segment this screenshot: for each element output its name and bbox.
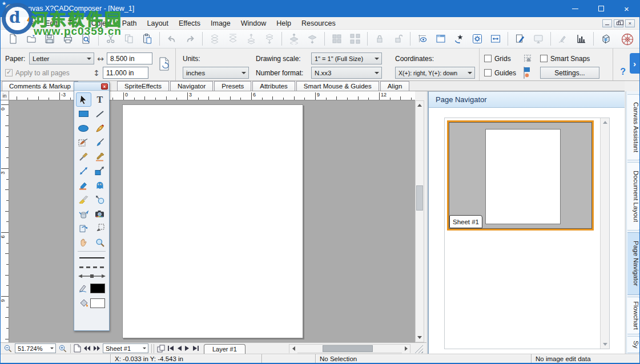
sprite-effects-tool[interactable]: [92, 178, 107, 192]
unlock-icon[interactable]: [391, 31, 405, 46]
mdi-document-icon[interactable]: [5, 19, 13, 27]
previous-sheet-button[interactable]: [176, 343, 182, 354]
coordinates-select[interactable]: X(+): right, Y(+): down: [395, 67, 475, 79]
line-tool[interactable]: [92, 107, 107, 121]
save-icon[interactable]: [42, 31, 57, 46]
vertical-ruler[interactable]: 0369: [1, 100, 9, 342]
sprite-effects-icon[interactable]: [452, 31, 466, 46]
palette-tab-comments-markup[interactable]: Comments & Markup: [2, 81, 78, 91]
stroke-color-row[interactable]: [74, 281, 109, 296]
redo-icon[interactable]: [183, 31, 198, 46]
side-tab-page-navigator[interactable]: Page Navigator: [627, 232, 640, 295]
group-icon[interactable]: [329, 31, 344, 46]
copy-icon[interactable]: [122, 31, 136, 46]
ink-dropper-tool[interactable]: [76, 149, 91, 164]
stroke-color-swatch[interactable]: [90, 284, 105, 293]
eyedropper-tool[interactable]: [92, 149, 107, 164]
arrow-style-selector[interactable]: [74, 272, 109, 281]
close-button[interactable]: ×: [614, 0, 639, 17]
mdi-close-button[interactable]: ×: [625, 19, 635, 27]
undo-icon[interactable]: [164, 31, 179, 46]
menu-resources[interactable]: Resources: [296, 18, 341, 29]
signature-icon[interactable]: [556, 31, 570, 46]
paper-width-input[interactable]: 8.500 in: [107, 52, 152, 64]
dimensioning-tool[interactable]: [76, 164, 91, 178]
side-tab-canvas-assistant[interactable]: Canvas Assistant: [627, 94, 640, 160]
menu-effects[interactable]: Effects: [174, 18, 206, 29]
zoom-level-select[interactable]: 51.724%: [15, 343, 56, 353]
palette-tab-smart-mouse-guides[interactable]: Smart Mouse & Guides: [296, 81, 379, 91]
palette-tab-navigator[interactable]: Navigator: [170, 81, 213, 91]
pn-scroll-down-button[interactable]: [601, 340, 609, 349]
side-tab-document-layout[interactable]: Document Layout: [627, 162, 640, 230]
first-sheet-button[interactable]: [167, 343, 174, 354]
select-tool[interactable]: [76, 92, 91, 107]
palette-tab-presets[interactable]: Presets: [214, 81, 251, 91]
object-move-tool[interactable]: [92, 164, 107, 178]
side-tab-sy[interactable]: Sy: [627, 336, 640, 353]
document-setup-icon[interactable]: [433, 31, 448, 46]
document-page[interactable]: [122, 104, 303, 338]
side-tab-flowchart[interactable]: Flowchart: [627, 297, 640, 334]
mdi-restore-button[interactable]: [614, 19, 623, 27]
rectangle-tool[interactable]: [76, 107, 91, 121]
drawing-scale-select[interactable]: 1" = 1" (Full Size): [311, 52, 382, 64]
units-select[interactable]: inches: [183, 67, 249, 79]
dash-style-selector[interactable]: [74, 262, 109, 272]
new-document-icon[interactable]: [6, 31, 21, 46]
menu-text[interactable]: Text: [63, 18, 86, 29]
snap-settings-icon[interactable]: [470, 31, 485, 46]
apply-all-pages-checkbox[interactable]: [5, 69, 13, 76]
bring-to-front-icon[interactable]: [287, 31, 301, 46]
menu-window[interactable]: Window: [236, 18, 271, 29]
layer-tab[interactable]: Layer #1: [204, 344, 245, 354]
horizontal-scrollbar[interactable]: [289, 344, 410, 353]
grids-checkbox[interactable]: [484, 55, 492, 62]
smart-snaps-checkbox[interactable]: [540, 55, 548, 62]
rotate-page-icon[interactable]: [158, 56, 171, 73]
pen-tool[interactable]: [92, 121, 107, 135]
scroll-left-button[interactable]: [289, 345, 297, 353]
horizontal-ruler[interactable]: -3036912: [9, 91, 415, 100]
paste-icon[interactable]: [140, 31, 155, 46]
minimize-button[interactable]: [562, 0, 588, 17]
move-layer-up-icon[interactable]: [244, 31, 259, 46]
drawing-canvas[interactable]: [9, 100, 415, 342]
zoom-in-button[interactable]: [58, 343, 67, 354]
toolbox-titlebar[interactable]: x: [74, 82, 109, 91]
palette-tab-spriteeffects[interactable]: SpriteEffects: [117, 81, 169, 91]
camera-tool[interactable]: [92, 207, 107, 221]
show-guides-icon[interactable]: [415, 31, 430, 46]
toolbox-close-button[interactable]: x: [101, 83, 108, 90]
chart-icon[interactable]: [574, 31, 589, 46]
duplicate-pages-icon[interactable]: [157, 343, 165, 354]
scroll-down-button[interactable]: [416, 333, 424, 342]
vertical-scroll-thumb[interactable]: [416, 185, 423, 211]
zoom-tool[interactable]: [92, 235, 107, 249]
scroll-right-button[interactable]: [402, 345, 410, 353]
fit-width-icon[interactable]: [488, 31, 503, 46]
object-3d-icon[interactable]: [598, 31, 613, 46]
number-format-select[interactable]: N.xx3: [311, 67, 382, 79]
mdi-minimize-button[interactable]: [602, 19, 612, 27]
envelope-warp-tool[interactable]: [76, 221, 91, 235]
text-tool[interactable]: T: [92, 92, 107, 107]
annotate-icon[interactable]: [513, 31, 528, 46]
palette-tab-align[interactable]: Align: [380, 81, 410, 91]
sheet-select[interactable]: Sheet #1: [103, 343, 148, 353]
scroll-up-button[interactable]: [416, 101, 424, 110]
paper-select[interactable]: Letter: [29, 52, 94, 64]
pn-scroll-up-button[interactable]: [601, 118, 609, 127]
palette-tab-attributes[interactable]: Attributes: [252, 81, 295, 91]
guides-checkbox[interactable]: [484, 69, 492, 76]
menu-edit[interactable]: Edit: [40, 18, 63, 29]
zoom-out-button[interactable]: [3, 343, 13, 354]
fill-color-row[interactable]: [74, 296, 109, 310]
menu-path[interactable]: Path: [117, 18, 142, 29]
knife-tool[interactable]: [76, 192, 91, 207]
hand-pan-tool[interactable]: [76, 235, 91, 249]
print-icon[interactable]: [61, 31, 75, 46]
vertical-scrollbar[interactable]: [415, 100, 424, 342]
ruler-unit-box[interactable]: in: [1, 91, 9, 100]
menu-layout[interactable]: Layout: [142, 18, 174, 29]
